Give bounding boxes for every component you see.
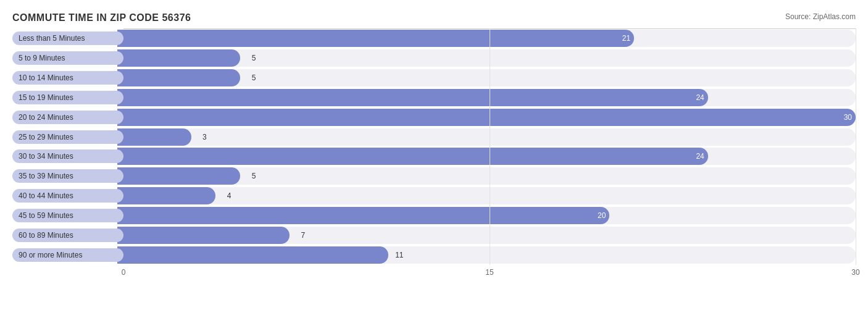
bar-label: 35 to 39 Minutes [12, 169, 123, 183]
bar-row: 15 to 19 Minutes24 [12, 88, 856, 107]
bar-label: 25 to 29 Minutes [12, 130, 123, 144]
x-axis-tick: 30 [851, 268, 859, 277]
bar-track: 4 [117, 187, 856, 204]
bar-track: 5 [117, 167, 856, 185]
bar-value: 7 [301, 231, 305, 240]
chart-area: Less than 5 Minutes215 to 9 Minutes510 t… [12, 28, 856, 283]
bar-value: 11 [395, 251, 403, 259]
bar-value: 20 [598, 211, 606, 220]
bar-row: 90 or more Minutes11 [12, 245, 856, 265]
bar-track: 3 [117, 128, 856, 146]
bar-fill: 4 [117, 187, 215, 204]
bar-value: 5 [252, 172, 256, 180]
bar-value: 24 [696, 152, 704, 161]
bar-value: 30 [844, 113, 852, 122]
bar-track: 11 [117, 246, 856, 264]
bar-row: 45 to 59 Minutes20 [12, 206, 856, 225]
bar-label: 60 to 89 Minutes [12, 229, 123, 242]
bar-label: 40 to 44 Minutes [12, 189, 123, 203]
bar-value: 4 [227, 191, 232, 200]
bar-label: 10 to 14 Minutes [12, 71, 123, 85]
x-axis-tick: 0 [122, 268, 126, 277]
bar-row: 40 to 44 Minutes4 [12, 186, 856, 206]
bar-label: Less than 5 Minutes [12, 31, 123, 45]
bar-row: 20 to 24 Minutes30 [12, 107, 856, 127]
bar-value: 3 [202, 133, 207, 141]
bar-fill: 30 [117, 109, 856, 126]
grid-line [856, 28, 856, 265]
bar-row: 30 to 34 Minutes24 [12, 147, 856, 167]
bar-fill: 3 [117, 128, 191, 146]
bar-value: 21 [622, 34, 630, 43]
x-axis-tick: 15 [485, 268, 493, 277]
bar-value: 5 [252, 73, 256, 82]
chart-title: COMMUTE TIME IN ZIP CODE 56376 [12, 12, 856, 23]
bar-label: 90 or more Minutes [12, 248, 123, 262]
chart-container: COMMUTE TIME IN ZIP CODE 56376 Source: Z… [0, 0, 868, 323]
bar-track: 5 [117, 69, 856, 86]
bar-label: 15 to 19 Minutes [12, 91, 123, 104]
bar-label: 30 to 34 Minutes [12, 149, 123, 163]
bar-label: 45 to 59 Minutes [12, 209, 123, 222]
bar-track: 24 [117, 148, 856, 165]
grid-line [490, 28, 490, 265]
bar-fill: 24 [117, 89, 708, 106]
bar-row: 10 to 14 Minutes5 [12, 68, 856, 88]
bar-fill: 20 [117, 207, 609, 224]
bar-label: 20 to 24 Minutes [12, 111, 123, 124]
x-axis: 01530 [123, 265, 856, 283]
bar-row: 35 to 39 Minutes5 [12, 166, 856, 186]
bar-value: 5 [252, 54, 256, 62]
bar-track: 5 [117, 49, 856, 67]
bar-track: 24 [117, 89, 856, 106]
bar-row: 5 to 9 Minutes5 [12, 48, 856, 68]
bar-track: 7 [117, 227, 856, 244]
bar-row: 25 to 29 Minutes3 [12, 127, 856, 147]
chart-source: Source: ZipAtlas.com [785, 12, 856, 21]
bar-track: 30 [117, 109, 856, 126]
bar-track: 21 [117, 30, 856, 47]
bar-value: 24 [696, 93, 704, 102]
bar-fill: 21 [117, 30, 634, 47]
bar-row: Less than 5 Minutes21 [12, 28, 856, 48]
bar-track: 20 [117, 207, 856, 224]
bar-row: 60 to 89 Minutes7 [12, 225, 856, 245]
bar-fill: 5 [117, 167, 240, 185]
bar-fill: 5 [117, 69, 240, 86]
bar-fill: 7 [117, 227, 290, 244]
bar-fill: 11 [117, 246, 388, 264]
bars-wrapper: Less than 5 Minutes215 to 9 Minutes510 t… [12, 28, 856, 265]
bar-fill: 5 [117, 49, 240, 67]
bar-fill: 24 [117, 148, 708, 165]
bar-label: 5 to 9 Minutes [12, 51, 123, 65]
